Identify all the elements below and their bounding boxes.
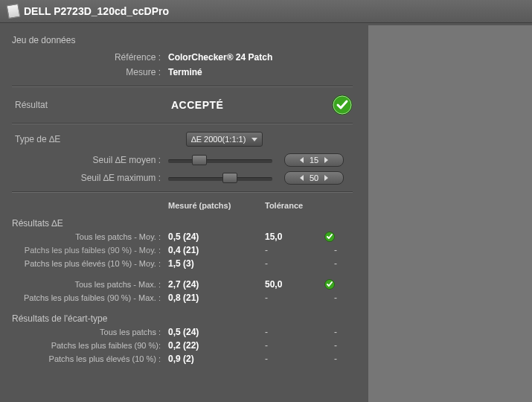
result-measured: 0,5 (24) (168, 325, 265, 339)
max-threshold-value: 50 (310, 173, 318, 182)
result-row: Patchs les plus élevés (10 %) :0,9 (2)-- (12, 352, 353, 366)
max-threshold-label: Seuil ∆E maximum : (12, 173, 168, 183)
dataset-section-title: Jeu de données (12, 35, 353, 45)
result-row: Patchs les plus faibles (90 %) - Moy. :0… (12, 243, 353, 257)
status-none: - (324, 352, 347, 366)
result-row-label: Patchs les plus faibles (90 %) - Moy. : (12, 243, 168, 257)
avg-threshold-stepper[interactable]: 15 (284, 153, 344, 167)
result-measured: 0,8 (21) (168, 291, 265, 304)
result-value: ACCEPTÉ (171, 99, 268, 111)
de-type-label: Type de ∆E (12, 134, 171, 144)
measure-label: Mesure : (12, 67, 168, 77)
de-type-dropdown[interactable]: ∆E 2000(1:1:1) (186, 132, 263, 147)
de-results-section: Résultats ∆E (12, 218, 353, 229)
avg-threshold-value: 15 (310, 156, 318, 165)
status-none: - (324, 257, 347, 270)
result-row: Tous les patchs - Max. :2,7 (24)50,0 (12, 278, 353, 291)
col-header-measured: Mesuré (patchs) (168, 199, 265, 212)
de-type-value: ∆E 2000(1:1:1) (191, 135, 246, 144)
max-threshold-stepper[interactable]: 50 (284, 171, 344, 185)
panel-header: DELL P2723D_120cd_ccDPro (0, 0, 532, 23)
result-tolerance: 15,0 (265, 230, 324, 243)
result-row: Patchs les plus élevés (10 %) - Moy. :1,… (12, 257, 353, 270)
status-pass-icon (324, 279, 347, 290)
status-none: - (324, 291, 347, 304)
status-none: - (324, 325, 347, 339)
max-threshold-slider[interactable] (168, 173, 272, 183)
result-tolerance: - (265, 352, 324, 366)
status-none: - (324, 339, 347, 352)
profile-title: DELL P2723D_120cd_ccDPro (24, 5, 169, 17)
result-row-label: Tous les patchs : (12, 325, 168, 339)
chevron-down-icon (251, 138, 257, 141)
result-row-label: Tous les patchs - Max. : (12, 278, 168, 291)
status-none: - (324, 243, 347, 257)
result-row-label: Tous les patchs - Moy. : (12, 230, 168, 243)
result-row-label: Patchs les plus élevés (10 %) - Moy. : (12, 257, 168, 270)
status-pass-icon (324, 232, 347, 242)
reference-label: Référence : (12, 52, 168, 63)
result-tolerance: - (265, 339, 324, 352)
avg-threshold-label: Seuil ∆E moyen : (12, 155, 168, 165)
profile-icon (7, 4, 21, 19)
result-row: Patchs les plus faibles (90 %):0,2 (22)-… (12, 339, 353, 352)
result-tolerance: - (265, 291, 324, 304)
std-results-section: Résultats de l'écart-type (12, 313, 353, 324)
validation-panel: DELL P2723D_120cd_ccDPro Jeu de données … (0, 0, 532, 402)
measure-value: Terminé (168, 67, 202, 77)
result-tolerance: - (265, 257, 324, 270)
result-row-label: Patchs les plus faibles (90 %): (12, 339, 168, 352)
result-measured: 0,2 (22) (168, 339, 265, 352)
stepper-increase-icon (324, 175, 328, 181)
reference-value: ColorChecker® 24 Patch (168, 52, 272, 63)
col-header-tolerance: Tolérance (265, 199, 324, 212)
result-tolerance: - (265, 243, 324, 257)
result-tolerance: 50,0 (265, 278, 324, 291)
result-label: Résultat (12, 100, 171, 110)
result-row-label: Patchs les plus élevés (10 %) : (12, 352, 168, 366)
result-tolerance: - (265, 325, 324, 339)
result-row: Tous les patchs - Moy. :0,5 (24)15,0 (12, 230, 353, 243)
result-measured: 0,9 (2) (168, 352, 265, 366)
result-measured: 2,7 (24) (168, 278, 265, 291)
result-pass-icon (332, 95, 353, 115)
stepper-decrease-icon (300, 175, 304, 181)
result-measured: 1,5 (3) (168, 257, 265, 270)
result-row-label: Patchs les plus faibles (90 %) - Max. : (12, 291, 168, 304)
stepper-increase-icon (324, 157, 328, 163)
avg-threshold-slider[interactable] (168, 155, 272, 165)
result-row: Tous les patchs :0,5 (24)-- (12, 325, 353, 339)
result-row: Patchs les plus faibles (90 %) - Max. :0… (12, 291, 353, 304)
stepper-decrease-icon (300, 157, 304, 163)
result-measured: 0,4 (21) (168, 243, 265, 257)
result-measured: 0,5 (24) (168, 230, 265, 243)
